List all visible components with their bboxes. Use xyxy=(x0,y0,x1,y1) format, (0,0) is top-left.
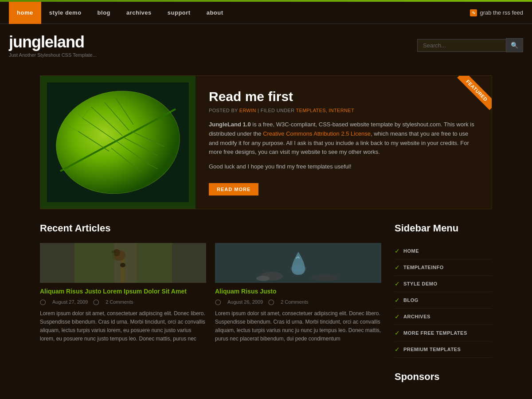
sidebar-item-blog[interactable]: ✓ BLOG xyxy=(395,292,492,309)
meta-tags[interactable]: TEMPLATES, INTERNET xyxy=(296,108,354,113)
sidebar-item-archives[interactable]: ✓ ARCHIVES xyxy=(395,309,492,325)
recent-articles-title: Recent Articles xyxy=(40,223,381,234)
nav-links: home style demo blog archives support ab… xyxy=(9,2,231,24)
article-meta-1: ◯ August 27, 2009 ◯ 2 Comments xyxy=(40,299,206,305)
article-card-1: Aliquam Risus Justo Lorem Ipsum Dolor Si… xyxy=(40,243,206,343)
featured-ribbon: FEATURED xyxy=(452,76,492,116)
article-excerpt-2: Lorem ipsum dolor sit amet, consectetuer… xyxy=(215,309,381,344)
body-bold: JungleLand 1.0 xyxy=(209,121,251,128)
nav-item-archives[interactable]: archives xyxy=(118,2,160,24)
nav-item-support[interactable]: support xyxy=(160,2,199,24)
sidebar-menu-title: Sidebar Menu xyxy=(395,223,492,234)
sidebar-menu: ✓ HOME ✓ TEMPLATEINFO ✓ STYLE DEMO ✓ BLO… xyxy=(395,243,492,358)
meta-author[interactable]: ERWIN xyxy=(239,108,256,113)
svg-point-22 xyxy=(120,263,125,267)
article-comments-1: 2 Comments xyxy=(106,299,133,305)
article-comments-2: 2 Comments xyxy=(281,299,308,305)
article-comment-icon-2: ◯ xyxy=(268,299,274,305)
featured-image xyxy=(40,76,196,209)
logo-subtitle: Just Another Styleshout CSS Template... xyxy=(9,52,97,58)
main-nav: home style demo blog archives support ab… xyxy=(0,2,532,24)
search-button[interactable]: 🔍 xyxy=(506,38,523,52)
check-icon-more-templates: ✓ xyxy=(395,329,400,336)
check-icon-home: ✓ xyxy=(395,247,400,254)
article-date-1: August 27, 2009 xyxy=(52,299,88,305)
sidebar-label-styledemo: STYLE DEMO xyxy=(403,281,438,286)
svg-point-28 xyxy=(312,274,338,281)
nav-item-styledemo[interactable]: style demo xyxy=(41,2,90,24)
sidebar-label-blog: BLOG xyxy=(403,297,419,303)
read-more-button[interactable]: READ MORE xyxy=(209,183,258,196)
articles-section: Recent Articles xyxy=(40,223,381,387)
sidebar-label-home: HOME xyxy=(403,248,419,254)
article-title-1[interactable]: Aliquam Risus Justo Lorem Ipsum Dolor Si… xyxy=(40,287,206,296)
sidebar-item-premium-templates[interactable]: ✓ PREMIUM TEMPLATES xyxy=(395,341,492,358)
sidebar-item-templateinfo[interactable]: ✓ TEMPLATEINFO xyxy=(395,259,492,276)
svg-rect-23 xyxy=(74,243,114,283)
logo-title: jungleland xyxy=(9,33,97,51)
body-text-3: Good luck and I hope you find my free te… xyxy=(209,162,478,172)
check-icon-styledemo: ✓ xyxy=(395,280,400,287)
main-wrapper: FEATURED Read me first POSTED BY ERWIN |… xyxy=(31,66,501,396)
sidebar-label-premium-templates: PREMIUM TEMPLATES xyxy=(403,347,461,352)
cc-license-link[interactable]: Creative Commons Attribution 2.5 License xyxy=(263,130,371,137)
check-icon-archives: ✓ xyxy=(395,313,400,320)
sidebar-label-more-templates: MORE FREE TEMPLATES xyxy=(403,330,467,336)
article-excerpt-1: Lorem ipsum dolor sit amet, consectetuer… xyxy=(40,309,206,344)
article-card-2: Aliquam Risus Justo ◯ August 26, 2009 ◯ … xyxy=(215,243,381,343)
ribbon-label: FEATURED xyxy=(457,76,492,110)
sidebar-section: Sidebar Menu ✓ HOME ✓ TEMPLATEINFO ✓ STY… xyxy=(395,223,492,387)
post-body: JungleLand 1.0 is a free, W3C-compliant,… xyxy=(209,120,478,172)
rss-icon: ∿ xyxy=(470,9,477,16)
post-title: Read me first xyxy=(209,89,478,104)
svg-rect-24 xyxy=(137,243,172,283)
article-date-2: August 26, 2009 xyxy=(227,299,263,305)
meta-filed: FILED UNDER xyxy=(261,108,295,113)
nav-item-blog[interactable]: blog xyxy=(90,2,118,24)
search-area: 🔍 xyxy=(417,38,523,52)
svg-rect-18 xyxy=(121,256,125,283)
check-icon-premium-templates: ✓ xyxy=(395,346,400,353)
leaf-illustration xyxy=(47,82,189,202)
sidebar-item-more-templates[interactable]: ✓ MORE FREE TEMPLATES xyxy=(395,325,492,341)
site-header: jungleland Just Another Styleshout CSS T… xyxy=(0,24,532,66)
article-thumb-2 xyxy=(215,243,381,283)
articles-grid: Aliquam Risus Justo Lorem Ipsum Dolor Si… xyxy=(40,243,381,343)
sidebar-label-archives: ARCHIVES xyxy=(403,314,430,319)
post-meta: POSTED BY ERWIN | FILED UNDER TEMPLATES,… xyxy=(209,108,478,113)
article-title-2[interactable]: Aliquam Risus Justo xyxy=(215,287,381,296)
article-thumb-1 xyxy=(40,243,206,283)
article-date-icon-2: ◯ xyxy=(215,299,221,305)
sponsors-title: Sponsors xyxy=(395,371,492,383)
check-icon-blog: ✓ xyxy=(395,297,400,304)
logo-area: jungleland Just Another Styleshout CSS T… xyxy=(9,33,97,58)
article-meta-2: ◯ August 26, 2009 ◯ 2 Comments xyxy=(215,299,381,305)
content-area: Recent Articles xyxy=(40,223,492,387)
sidebar-item-home[interactable]: ✓ HOME xyxy=(395,243,492,259)
featured-content: FEATURED Read me first POSTED BY ERWIN |… xyxy=(196,76,492,209)
meta-posted-by: POSTED BY xyxy=(209,108,238,113)
nav-item-home[interactable]: home xyxy=(9,2,41,24)
svg-point-29 xyxy=(256,276,270,281)
rss-label: grab the rss feed xyxy=(480,9,523,16)
featured-post: FEATURED Read me first POSTED BY ERWIN |… xyxy=(40,75,492,209)
rss-link[interactable]: ∿ grab the rss feed xyxy=(470,9,523,16)
article-date-icon-1: ◯ xyxy=(40,299,46,305)
sidebar-label-templateinfo: TEMPLATEINFO xyxy=(403,265,444,270)
check-icon-templateinfo: ✓ xyxy=(395,264,400,271)
nav-item-about[interactable]: about xyxy=(199,2,231,24)
search-input[interactable] xyxy=(417,39,506,52)
sidebar-item-styledemo[interactable]: ✓ STYLE DEMO xyxy=(395,276,492,292)
article-comment-icon-1: ◯ xyxy=(93,299,99,305)
